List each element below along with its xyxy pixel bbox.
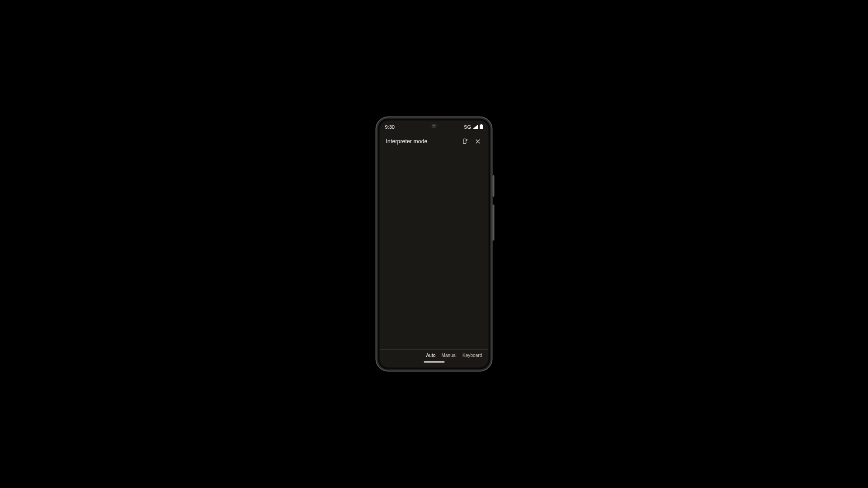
phone-frame-inner: 9:30 5G: [378, 119, 491, 370]
status-right: 5G: [464, 124, 483, 130]
signal-icon: [473, 125, 478, 129]
tab-manual[interactable]: Manual: [441, 353, 456, 358]
gesture-nav-area[interactable]: [380, 360, 489, 368]
front-camera-icon: [431, 124, 437, 129]
close-icon: [475, 138, 481, 144]
send-to-device-button[interactable]: [459, 135, 472, 148]
phone-screen: 9:30 5G: [380, 121, 489, 368]
gesture-nav-pill-icon: [424, 361, 444, 363]
battery-icon: [480, 124, 483, 130]
mode-bar: Auto Manual Keyboard: [380, 350, 489, 360]
content-area: [380, 150, 489, 349]
svg-rect-1: [480, 125, 483, 129]
phone-frame: 9:30 5G: [376, 117, 493, 372]
stage: 9:30 5G: [0, 0, 868, 488]
status-time: 9:30: [385, 124, 395, 130]
app-header: Interpreter mode: [380, 133, 489, 150]
close-button[interactable]: [472, 135, 484, 148]
tab-keyboard[interactable]: Keyboard: [462, 353, 482, 358]
phone-side-button-top: [493, 175, 495, 197]
svg-rect-2: [463, 139, 466, 144]
svg-rect-0: [481, 124, 482, 125]
phone-side-button-bottom: [493, 205, 495, 241]
tab-auto[interactable]: Auto: [426, 353, 436, 358]
page-title: Interpreter mode: [386, 138, 459, 145]
status-network-label: 5G: [464, 124, 472, 130]
phone-frame-mid: 9:30 5G: [377, 117, 492, 371]
send-to-device-icon: [462, 138, 468, 145]
